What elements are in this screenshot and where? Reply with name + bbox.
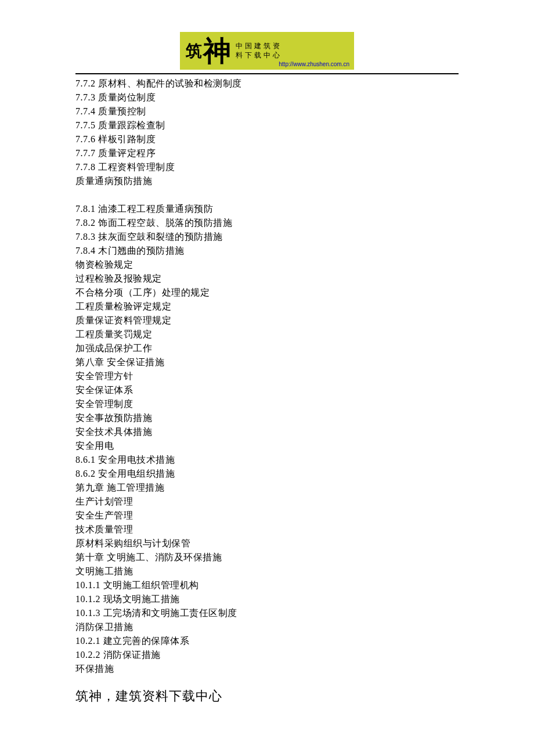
toc-line: 物资检验规定 [75, 258, 459, 272]
toc-line: 第十章 文明施工、消防及环保措施 [75, 550, 459, 564]
toc-line: 10.2.2 消防保证措施 [75, 648, 459, 662]
toc-line: 7.7.5 质量跟踪检查制 [75, 118, 459, 132]
tagline-col: 资心 [273, 42, 280, 60]
header-divider [75, 73, 459, 74]
toc-line: 7.8.1 油漆工程工程质量通病预防 [75, 202, 459, 216]
toc-line: 7.7.6 样板引路制度 [75, 132, 459, 146]
tagline-col: 国下 [245, 42, 252, 60]
toc-line: 10.1.2 现场文明施工措施 [75, 592, 459, 606]
toc-line: 10.2.1 建立完善的保障体系 [75, 634, 459, 648]
toc-line: 文明施工措施 [75, 564, 459, 578]
toc-line: 不合格分项（工序）处理的规定 [75, 286, 459, 300]
toc-line: 10.1.3 工完场清和文明施工责任区制度 [75, 606, 459, 620]
toc-line: 7.8.2 饰面工程空鼓、脱落的预防措施 [75, 216, 459, 230]
toc-line: 消防保卫措施 [75, 620, 459, 634]
toc-line: 工程质量检验评定规定 [75, 300, 459, 314]
footer-text: 筑神，建筑资料下载中心 [75, 686, 459, 705]
toc-line: 8.6.1 安全用电技术措施 [75, 453, 459, 467]
toc-line: 技术质量管理 [75, 523, 459, 537]
toc-line: 安全生产管理 [75, 509, 459, 523]
tagline-col: 中料 [236, 42, 243, 60]
toc-line: 7.7.8 工程资料管理制度 [75, 160, 459, 174]
toc-line: 环保措施 [75, 662, 459, 676]
toc-line: 7.7.2 原材料、构配件的试验和检测制度 [75, 77, 459, 91]
logo-char-zhu: 筑 [186, 39, 202, 63]
logo-url: http://www.zhushen.com.cn [279, 60, 349, 69]
toc-line: 8.6.2 安全用电组织措施 [75, 467, 459, 481]
logo-banner: 筑 神 中料 国下 建载 筑中 资心 http://www.zhushen.co… [180, 32, 354, 70]
toc-line: 质量通病预防措施 [75, 174, 459, 188]
page-header: 筑 神 中料 国下 建载 筑中 资心 http://www.zhushen.co… [75, 32, 459, 70]
toc-line: 过程检验及报验规定 [75, 272, 459, 286]
toc-line: 安全管理制度 [75, 397, 459, 411]
toc-line: 安全管理方针 [75, 369, 459, 383]
toc-line: 7.8.4 木门翘曲的预防措施 [75, 244, 459, 258]
toc-line: 7.7.7 质量评定程序 [75, 146, 459, 160]
toc-line: 安全用电 [75, 439, 459, 453]
toc-line: 10.1.1 文明施工组织管理机构 [75, 578, 459, 592]
toc-line: 工程质量奖罚规定 [75, 327, 459, 341]
toc-line: 原材料采购组织与计划保管 [75, 537, 459, 550]
blank-line [75, 188, 459, 202]
toc-line: 第九章 施工管理措施 [75, 481, 459, 495]
toc-line: 7.7.4 质量预控制 [75, 105, 459, 118]
toc-line: 质量保证资料管理规定 [75, 314, 459, 327]
logo-char-shen: 神 [203, 37, 231, 65]
toc-line: 加强成品保护工作 [75, 341, 459, 355]
toc-line: 安全技术具体措施 [75, 425, 459, 439]
toc-line: 生产计划管理 [75, 495, 459, 509]
toc-line: 安全保证体系 [75, 383, 459, 397]
toc-line: 第八章 安全保证措施 [75, 355, 459, 369]
toc-line: 7.7.3 质量岗位制度 [75, 91, 459, 105]
tagline-col: 建载 [254, 42, 261, 60]
logo-text: 筑 神 [186, 37, 231, 65]
toc-line: 安全事故预防措施 [75, 411, 459, 425]
tagline-col: 筑中 [264, 42, 270, 60]
toc-line: 7.8.3 抹灰面空鼓和裂缝的预防措施 [75, 230, 459, 244]
logo-tagline: 中料 国下 建载 筑中 资心 [236, 42, 280, 60]
document-body: 7.7.2 原材料、构配件的试验和检测制度 7.7.3 质量岗位制度 7.7.4… [75, 77, 459, 676]
